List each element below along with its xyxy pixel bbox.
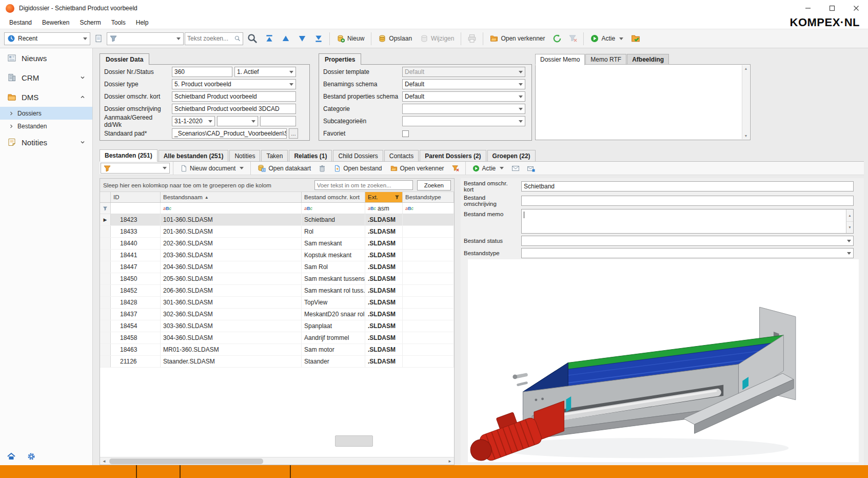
files-tab[interactable]: Relaties (1): [289, 150, 332, 161]
go-previous-button[interactable]: [278, 31, 293, 46]
favoriet-checkbox[interactable]: [402, 130, 409, 137]
menu-scherm[interactable]: Scherm: [74, 19, 106, 26]
scroll-left-icon[interactable]: ◄: [100, 459, 108, 464]
home-button[interactable]: [7, 452, 16, 461]
search-button[interactable]: [244, 31, 261, 46]
dossier-status-select[interactable]: 1. Actief: [234, 67, 296, 77]
filter-clear-button[interactable]: [449, 161, 462, 176]
table-row[interactable]: 18452206-360.SLDASMSam meskant rol tuss.…: [100, 285, 454, 297]
sidebar-item-notities[interactable]: Notities: [0, 132, 92, 152]
table-row[interactable]: 21126Staander.SLDASMStaander.SLDASM: [100, 356, 454, 368]
bestand-omschr-kort-input[interactable]: Schietband: [521, 181, 854, 192]
actie-files-button[interactable]: Actie: [469, 162, 508, 175]
gereed-datum-select[interactable]: [217, 116, 258, 126]
maximize-button[interactable]: [820, 0, 844, 16]
grid-search-input[interactable]: [314, 180, 413, 190]
scroll-down-icon[interactable]: ▼: [744, 134, 748, 138]
browse-path-button[interactable]: …: [289, 128, 298, 139]
dossier-template-select[interactable]: Default: [402, 67, 525, 77]
files-tab[interactable]: Notities: [229, 150, 260, 161]
dossier-omschr-kort-input[interactable]: Schietband Product voorbeeld: [172, 91, 296, 102]
table-row[interactable]: 18428301-360.SLDASMTopView.SLDASM: [100, 297, 454, 309]
files-tab[interactable]: Parent Dossiers (2): [420, 150, 486, 161]
actie-button[interactable]: Actie: [587, 31, 627, 46]
files-filter-select[interactable]: [101, 163, 170, 174]
taskbar-segment[interactable]: [0, 465, 137, 478]
zoeken-button[interactable]: Zoeken: [417, 180, 451, 190]
mail-button[interactable]: [508, 161, 523, 176]
filter-omschr-kort[interactable]: aBc: [302, 203, 365, 214]
dossier-type-select[interactable]: 5. Product voorbeeld: [172, 79, 296, 89]
week-input[interactable]: [260, 116, 296, 126]
column-header-ext[interactable]: Ext.: [365, 192, 403, 202]
mail-report-button[interactable]: [524, 161, 538, 176]
dossier-omschrijving-input[interactable]: Schietband Product voorbeeld 3DCAD: [172, 104, 296, 114]
properties-tab[interactable]: Properties: [319, 53, 361, 65]
table-row[interactable]: 18447204-360.SLDASMSam Rol.SLDASM: [100, 261, 454, 273]
go-next-button[interactable]: [294, 31, 310, 46]
scroll-right-icon[interactable]: ►: [446, 459, 454, 464]
dossier-memo-textarea[interactable]: ▲ ▼: [535, 64, 751, 140]
bestand-memo-textarea[interactable]: ▲▼: [521, 209, 854, 234]
nieuw-document-button[interactable]: Nieuw document: [176, 162, 247, 175]
scrollbar-thumb[interactable]: [109, 458, 263, 464]
filter-ext[interactable]: aBcasm: [365, 203, 403, 214]
bestand-status-select[interactable]: [521, 236, 854, 246]
table-row[interactable]: 18454303-360.SLDASMSpanplaat.SLDASM: [100, 320, 454, 332]
column-header-bestandsnaam[interactable]: Bestandsnaam▲: [161, 192, 302, 202]
recent-select[interactable]: Recent: [4, 32, 90, 45]
taskbar-segment[interactable]: [181, 465, 291, 478]
scroll-up-icon[interactable]: ▲: [846, 209, 853, 222]
minimize-button[interactable]: [796, 0, 820, 16]
filter-clear-main-button[interactable]: [566, 31, 580, 46]
tab-memo-rtf[interactable]: Memo RTF: [585, 54, 626, 65]
files-tab[interactable]: Contacts: [384, 150, 419, 161]
sidebar-item-dossiers[interactable]: Dossiers: [0, 107, 92, 120]
files-tab[interactable]: Alle bestanden (251): [159, 150, 229, 161]
aanmaak-datum-select[interactable]: 31-1-2020: [172, 116, 215, 126]
filter-bestandstype[interactable]: aBc: [403, 203, 454, 214]
settings-button[interactable]: [27, 452, 36, 461]
memo-scrollbar[interactable]: ▲ ▼: [742, 65, 749, 139]
table-row[interactable]: 18440202-360.SLDASMSam meskant.SLDASM: [100, 238, 454, 250]
column-header-id[interactable]: ID: [111, 192, 161, 202]
dossier-data-tab[interactable]: Dossier Data: [100, 53, 149, 65]
opslaan-button[interactable]: Opslaan: [374, 31, 416, 46]
tab-afbeelding[interactable]: Afbeelding: [627, 54, 669, 65]
standaard-pad-input[interactable]: _Scenarios\CAD_Product_Voorbeelden\Schie…: [172, 128, 287, 139]
close-button[interactable]: [844, 0, 868, 16]
menu-tools[interactable]: Tools: [106, 19, 131, 26]
wijzigen-button[interactable]: Wijzigen: [417, 31, 458, 46]
menu-bestand[interactable]: Bestand: [4, 19, 37, 26]
taskbar-segment[interactable]: [137, 465, 181, 478]
table-row[interactable]: 18433201-360.SLDASMRol.SLDASM: [100, 226, 454, 238]
bestand-properties-schema-select[interactable]: Default: [402, 91, 525, 102]
files-tab[interactable]: Groepen (22): [487, 150, 536, 161]
table-row[interactable]: 18463MR01-360.SLDASMSam motor.SLDASM: [100, 344, 454, 356]
table-row[interactable]: 18450205-360.SLDASMSam meskant tussens..…: [100, 273, 454, 285]
files-tab[interactable]: Bestanden (251): [100, 149, 157, 162]
menu-help[interactable]: Help: [131, 19, 154, 26]
open-verkenner-button[interactable]: Open verkenner: [486, 31, 548, 46]
open-bestand-button[interactable]: Open bestand: [330, 162, 385, 175]
files-tab[interactable]: Child Dossiers: [333, 150, 383, 161]
table-row[interactable]: 18437302-360.SLDASMMeskantD20 snaar rol.…: [100, 309, 454, 320]
dossier-nr-input[interactable]: 360: [172, 67, 232, 77]
categorie-select[interactable]: [402, 104, 525, 114]
open-verkenner-files-button[interactable]: Open verkenner: [387, 162, 448, 175]
bestand-omschrijving-input[interactable]: [521, 196, 854, 206]
refresh-button[interactable]: [549, 31, 565, 46]
open-datakaart-button[interactable]: Open datakaart: [254, 162, 314, 175]
text-search-input[interactable]: [187, 35, 234, 42]
sidebar-item-nieuws[interactable]: Nieuws: [0, 48, 92, 68]
sidebar-item-bestanden[interactable]: Bestanden: [0, 120, 92, 132]
column-header-omschr-kort[interactable]: Bestand omschr. kort: [302, 192, 365, 202]
scroll-up-icon[interactable]: ▲: [744, 67, 748, 70]
sidebar-item-crm[interactable]: CRM: [0, 68, 92, 87]
print-button[interactable]: [464, 31, 480, 46]
table-row[interactable]: 18441203-360.SLDASMKopstuk meskant.SLDAS…: [100, 250, 454, 261]
table-row[interactable]: 18458304-360.SLDASMAandrijf trommel.SLDA…: [100, 332, 454, 344]
filter-bestandsnaam[interactable]: aBc: [161, 203, 302, 214]
sidebar-item-dms[interactable]: DMS: [0, 87, 92, 107]
files-tab[interactable]: Taken: [261, 150, 288, 161]
